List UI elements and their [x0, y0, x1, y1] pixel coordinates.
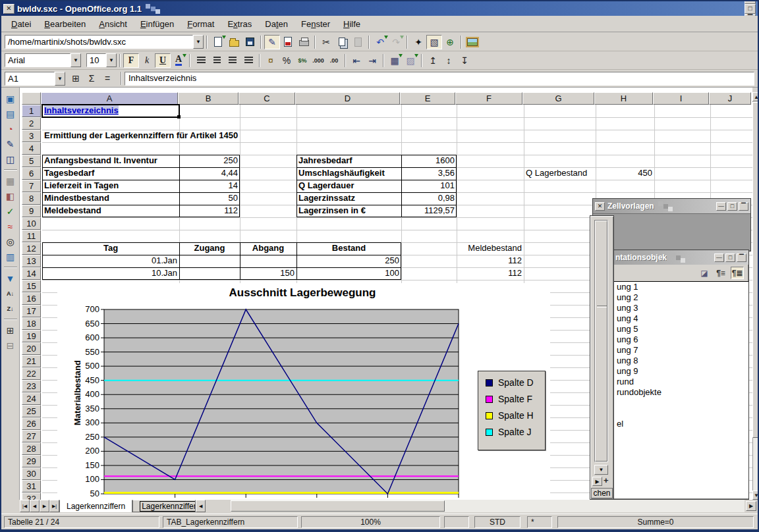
row-header-22[interactable]: 22 [22, 367, 41, 380]
paste-icon[interactable] [350, 35, 366, 49]
vertical-scrollbar-thumb[interactable] [752, 102, 759, 438]
font-size-field[interactable]: 10 [86, 53, 106, 67]
strip-scrollbar-thumb[interactable] [595, 221, 607, 462]
insert-object-icon[interactable]: ◔ [3, 122, 18, 136]
row-header-25[interactable]: 25 [22, 405, 41, 417]
column-header-C[interactable]: C [239, 92, 295, 105]
align-bottom-button[interactable]: ↧ [457, 53, 472, 68]
row-header-27[interactable]: 27 [22, 430, 41, 442]
scroll-down-icon[interactable]: ▼ [752, 491, 759, 500]
scroll-right-icon[interactable]: ▶ [746, 501, 756, 511]
choose-themes-icon[interactable]: ◧ [3, 189, 18, 203]
shade-button-icon[interactable]: ▔ [739, 202, 748, 211]
url-dropdown-icon[interactable]: ▼ [193, 35, 204, 49]
align-top-button[interactable]: ↥ [425, 53, 441, 68]
row-header-24[interactable]: 24 [22, 392, 41, 405]
style-list-item[interactable]: ung 1 [595, 282, 748, 292]
decrease-indent-button[interactable]: ⇤ [349, 53, 364, 68]
draw-functions-icon[interactable]: ✎ [3, 137, 18, 151]
align-justify-button[interactable] [240, 53, 256, 68]
percent-format-button[interactable]: % [279, 53, 295, 68]
name-box-dropdown-icon[interactable]: ▼ [55, 72, 65, 86]
row-header-5[interactable]: 5 [22, 155, 41, 167]
cell-F13[interactable]: 112 [457, 255, 524, 267]
copy-icon[interactable] [334, 35, 350, 49]
empty-field[interactable] [444, 516, 469, 528]
next-sheet-icon[interactable]: ▶ [40, 500, 49, 512]
undo-icon[interactable]: ↶ [372, 35, 388, 49]
cell-A3[interactable]: Ermittlung der Lagerkennziffern für Arti… [42, 130, 179, 142]
row-header-21[interactable]: 21 [22, 355, 41, 367]
insert-cells-icon[interactable]: ▤ [3, 107, 18, 120]
currency-format-button[interactable]: ¤ [263, 53, 279, 68]
stylist-window-titlebar[interactable]: ✕ Zellvorlagen —□▔ [593, 199, 750, 213]
column-header-B[interactable]: B [178, 92, 239, 105]
close-icon[interactable]: ✕ [595, 202, 605, 211]
italic-button[interactable]: k [139, 53, 155, 68]
group-icon[interactable]: ⊞ [3, 323, 18, 337]
add-decimal-button[interactable]: .000 [310, 53, 326, 68]
bold-button[interactable]: F [123, 53, 139, 68]
document-window-strip[interactable]: ▼ ▶ + chen [590, 215, 614, 500]
equals-icon[interactable]: = [99, 71, 115, 86]
first-sheet-icon[interactable]: |◀ [20, 500, 30, 512]
find-icon[interactable]: ◎ [3, 234, 18, 248]
borders-button[interactable]: ▦ [387, 53, 403, 68]
menu-datei[interactable]: Datei [5, 17, 37, 31]
scroll-up-icon[interactable]: ▲ [752, 92, 759, 101]
url-combobox[interactable]: /home/martinix/shots/bwldv.sxc ▼ [5, 35, 204, 49]
style-list-item[interactable]: el [595, 419, 748, 429]
autoformat-icon[interactable]: ▦ [3, 174, 18, 188]
style-list-item[interactable]: ung 2 [595, 292, 748, 303]
sheet-info-field[interactable]: Tabelle 21 / 24 [4, 516, 159, 528]
cell-G6[interactable]: Q Lagerbestand [524, 167, 596, 180]
strip-tab-label[interactable]: chen [591, 488, 613, 498]
row-header-4[interactable]: 4 [22, 142, 41, 155]
column-header-D[interactable]: D [295, 92, 400, 105]
row-header-26[interactable]: 26 [22, 417, 41, 430]
row-header-9[interactable]: 9 [22, 205, 41, 217]
tab-split-icon[interactable]: ◀ [196, 500, 206, 512]
ungroup-icon[interactable]: ⊟ [3, 338, 18, 352]
style-list-item[interactable]: ung 6 [595, 334, 748, 345]
shade-button-icon[interactable]: ▔ [737, 253, 746, 262]
standard-format-button[interactable]: $% [295, 53, 310, 68]
row-header-28[interactable]: 28 [22, 442, 41, 455]
style-list-item[interactable] [595, 398, 748, 408]
presentation-styles-titlebar[interactable]: ntationsobjek —□▔ [595, 250, 748, 265]
print-icon[interactable] [296, 35, 312, 49]
row-header-11[interactable]: 11 [22, 230, 41, 242]
datasources-icon[interactable]: ▥ [3, 250, 18, 263]
strip-scroll-right-icon[interactable]: ▶ [592, 477, 602, 486]
menu-extras[interactable]: Extras [221, 17, 258, 31]
underline-button[interactable]: U [155, 53, 171, 68]
sheet-tab-2[interactable]: Lagerkennziffern [132, 500, 196, 512]
hyperlink-icon[interactable]: ⊕ [442, 35, 458, 49]
stylist-icon[interactable]: ▧ [426, 35, 442, 49]
cell-reference-field[interactable]: A1 [5, 72, 55, 86]
style-list-item[interactable]: ung 3 [595, 303, 748, 313]
style-list-item[interactable]: ung 9 [595, 366, 748, 377]
row-header-17[interactable]: 17 [22, 305, 41, 317]
row-header-10[interactable]: 10 [22, 217, 41, 230]
style-list-item[interactable]: ung 8 [595, 356, 748, 366]
sum-icon[interactable]: Σ [84, 71, 99, 86]
sum-field[interactable]: Summe=0 [557, 516, 754, 528]
background-color-button[interactable]: ▨ [403, 53, 418, 68]
navigator-icon[interactable]: ✦ [410, 35, 426, 49]
menu-hilfe[interactable]: Hilfe [337, 17, 366, 31]
presentation-styles-window[interactable]: ntationsobjek —□▔ ◪¶≡¶≣ ung 1ung 2ung 3u… [594, 250, 749, 500]
style-list-item[interactable]: ung 7 [595, 345, 748, 356]
column-header-I[interactable]: I [653, 92, 709, 105]
insert-mode-field[interactable]: STD [474, 516, 520, 528]
row-header-13[interactable]: 13 [22, 255, 41, 267]
gallery-icon[interactable] [464, 35, 480, 49]
style-list-item[interactable]: rund [595, 377, 748, 387]
spellcheck-icon[interactable]: ✓ [3, 204, 18, 218]
embedded-chart[interactable]: Ausschnitt LagerbewegungMaterialbestand7… [57, 283, 550, 500]
strip-scroll-down-icon[interactable]: ▼ [594, 465, 608, 475]
font-size-combobox[interactable]: 10 ▼ [86, 53, 117, 67]
menu-daten[interactable]: Daten [259, 17, 294, 31]
insert-icon[interactable]: ▣ [3, 92, 18, 105]
maximize-button-icon[interactable]: □ [727, 202, 737, 211]
